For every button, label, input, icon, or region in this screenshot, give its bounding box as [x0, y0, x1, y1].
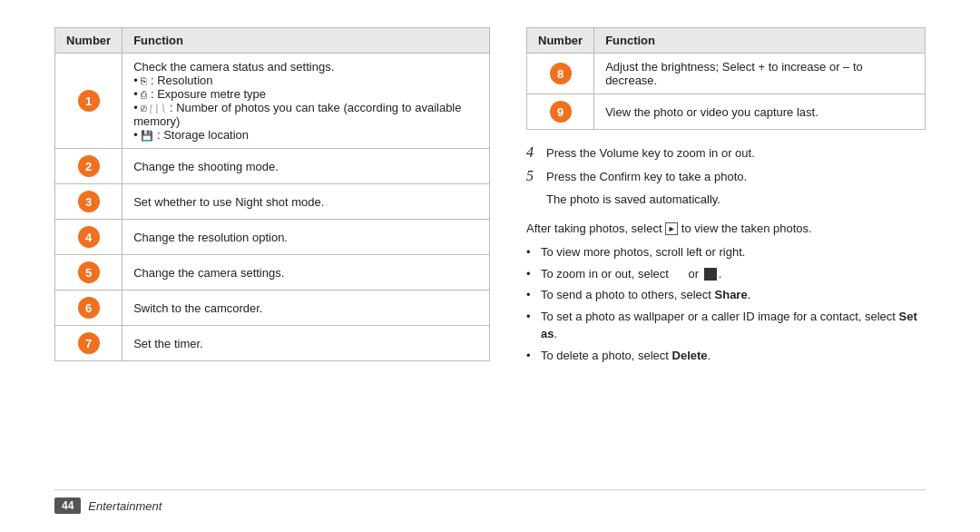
- badge-cell-3: 3: [55, 184, 122, 220]
- badge-3: 3: [78, 191, 100, 212]
- badge-cell-9: 9: [527, 94, 594, 130]
- bullet-item-3: To send a photo to others, select Share.: [526, 286, 926, 304]
- setas-bold: Set as: [541, 310, 917, 341]
- badge-7: 7: [78, 332, 100, 354]
- bullet-item-1: To view more photos, scroll left or righ…: [526, 243, 926, 261]
- badge-8: 8: [550, 63, 572, 84]
- table-row: 3 Set whether to use Night shot mode.: [55, 184, 490, 220]
- bullet-item-5: To delete a photo, select Delete.: [526, 347, 926, 365]
- function-cell-2: Change the shooting mode.: [122, 149, 490, 184]
- after-section: After taking photos, select ► to view th…: [526, 220, 926, 365]
- badge-cell-6: 6: [55, 291, 122, 326]
- step-num-4: 4: [526, 144, 541, 161]
- function-cell-7: Set the timer.: [122, 326, 490, 361]
- right-table-header-number: Number: [527, 28, 594, 54]
- left-table-header-number: Number: [55, 28, 122, 54]
- bullet-list: To view more photos, scroll left or righ…: [526, 243, 926, 364]
- bullet-item-4: To set a photo as wallpaper or a caller …: [526, 308, 926, 343]
- step-num-5: 5: [526, 168, 541, 184]
- step-5-sub: The photo is saved automatically.: [546, 191, 926, 209]
- page-number: 44: [54, 498, 81, 514]
- after-text: After taking photos, select ► to view th…: [526, 220, 926, 239]
- table-row: 8 Adjust the brightness; Select + to inc…: [527, 54, 926, 94]
- table-row: 4 Change the resolution option.: [55, 220, 490, 255]
- badge-9: 9: [550, 101, 572, 123]
- step-5: 5 Press the Confirm key to take a photo.: [526, 168, 926, 186]
- page: Number Function 1 Check the camera statu…: [0, 0, 980, 532]
- delete-bold: Delete: [672, 349, 708, 362]
- table-row: 9 View the photo or video you capture la…: [527, 94, 926, 130]
- function-cell-6: Switch to the camcorder.: [122, 291, 490, 326]
- table-row: 5 Change the camera settings.: [55, 255, 490, 291]
- function-cell-1: Check the camera status and settings. • …: [122, 54, 490, 149]
- badge-cell-8: 8: [527, 54, 594, 94]
- badge-5: 5: [78, 261, 100, 283]
- badge-cell-4: 4: [55, 220, 122, 255]
- badge-cell-7: 7: [55, 326, 122, 361]
- step-4: 4 Press the Volume key to zoom in or out…: [526, 144, 926, 163]
- left-table-header-function: Function: [122, 28, 490, 54]
- footer: 44 Entertainment: [54, 489, 926, 514]
- footer-label: Entertainment: [88, 499, 162, 513]
- function-cell-3: Set whether to use Night shot mode.: [122, 184, 490, 220]
- table-row: 2 Change the shooting mode.: [55, 149, 490, 184]
- right-column: Number Function 8 Adjust the brightness;…: [526, 27, 926, 475]
- table-row: 1 Check the camera status and settings. …: [55, 54, 490, 149]
- step-text-4: Press the Volume key to zoom in or out.: [546, 144, 755, 163]
- badge-1: 1: [78, 90, 100, 112]
- badge-cell-2: 2: [55, 149, 122, 184]
- left-table: Number Function 1 Check the camera statu…: [54, 27, 490, 361]
- table-row: 6 Switch to the camcorder.: [55, 291, 490, 326]
- function-cell-4: Change the resolution option.: [122, 220, 490, 255]
- function-cell-9: View the photo or video you capture last…: [594, 94, 926, 130]
- right-table-wrap: Number Function 8 Adjust the brightness;…: [526, 27, 926, 130]
- badge-cell-1: 1: [55, 54, 122, 149]
- zoom-icon: [704, 268, 717, 281]
- function-cell-8: Adjust the brightness; Select + to incre…: [594, 54, 926, 94]
- badge-6: 6: [78, 297, 100, 319]
- badge-2: 2: [78, 155, 100, 177]
- function-cell-5: Change the camera settings.: [122, 255, 490, 291]
- left-column: Number Function 1 Check the camera statu…: [54, 27, 490, 475]
- right-table-header-function: Function: [594, 28, 926, 54]
- bullet-item-2: To zoom in or out, select or .: [526, 265, 926, 283]
- content-area: Number Function 1 Check the camera statu…: [54, 27, 926, 475]
- badge-cell-5: 5: [55, 255, 122, 291]
- arrow-icon: ►: [665, 222, 678, 235]
- step-text-5: Press the Confirm key to take a photo.: [546, 168, 747, 186]
- right-table: Number Function 8 Adjust the brightness;…: [526, 27, 926, 130]
- badge-4: 4: [78, 226, 100, 248]
- share-bold: Share: [715, 288, 748, 301]
- table-row: 7 Set the timer.: [55, 326, 490, 361]
